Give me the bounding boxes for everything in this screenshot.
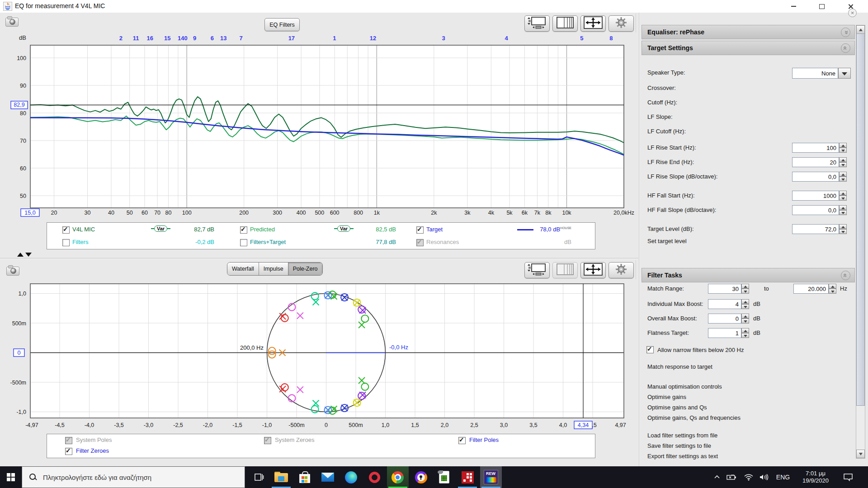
spin-up-icon[interactable] bbox=[839, 224, 847, 229]
legend-checkbox-target[interactable] bbox=[416, 226, 424, 234]
spin-up-icon[interactable] bbox=[839, 172, 847, 177]
tab-pole-zero[interactable]: Pole-Zero bbox=[288, 263, 322, 275]
spin-down-icon[interactable] bbox=[839, 162, 847, 167]
tab-impulse[interactable]: Impulse bbox=[259, 263, 288, 275]
tray-expand-chevron[interactable] bbox=[711, 466, 723, 488]
field-target-level-db--value[interactable]: 72,0 bbox=[792, 224, 839, 234]
field-hf-fall-start-hz--value[interactable]: 1000 bbox=[792, 191, 839, 201]
spin-down-icon[interactable] bbox=[741, 289, 749, 294]
axis-limits-button[interactable] bbox=[524, 15, 550, 32]
sidebar-action-export-filter-settings-as-text[interactable]: Export filter settings as text bbox=[647, 453, 718, 460]
legend-checkbox-filters[interactable] bbox=[62, 239, 70, 246]
field-flatness-target--value[interactable]: 1 bbox=[708, 328, 741, 338]
sidebar-action-match-response-to-target[interactable]: Match response to target bbox=[647, 363, 712, 370]
sidebar-action-optimise-gains-and-qs[interactable]: Optimise gains and Qs bbox=[647, 404, 707, 411]
spin-down-icon[interactable] bbox=[741, 333, 749, 338]
language-indicator[interactable]: ENG bbox=[773, 466, 793, 488]
taskbar-app-mail[interactable] bbox=[317, 466, 339, 488]
sidebar-action-load-filter-settings-from-file[interactable]: Load filter settings from file bbox=[647, 432, 717, 439]
match-range-to-spinner[interactable] bbox=[829, 284, 836, 294]
pan-zoom-button[interactable] bbox=[580, 15, 606, 32]
spin-down-icon[interactable] bbox=[839, 196, 847, 201]
field-lf-rise-slope-db-octave--value[interactable]: 0,0 bbox=[792, 172, 839, 182]
field-flatness-target-[interactable]: 1 bbox=[708, 328, 749, 338]
spin-down-icon[interactable] bbox=[839, 229, 847, 234]
eq-filters-button[interactable]: EQ Filters bbox=[264, 18, 300, 31]
spin-down-icon[interactable] bbox=[839, 177, 847, 182]
spin-up-icon[interactable] bbox=[839, 143, 847, 148]
field-hf-fall-slope-db-octave-[interactable]: 0,0 bbox=[792, 205, 847, 215]
taskbar-app-avast[interactable] bbox=[410, 466, 432, 488]
taskbar-app-libreoffice-calc[interactable] bbox=[434, 466, 455, 488]
legend-checkbox-v4l-mic[interactable] bbox=[62, 226, 70, 234]
field-individual-max-boost-[interactable]: 4 bbox=[708, 299, 749, 309]
field-hf-fall-start-hz--spinner[interactable] bbox=[839, 191, 847, 201]
settings-gear-button[interactable] bbox=[609, 15, 634, 32]
legend-checkbox-filter-poles[interactable] bbox=[458, 437, 466, 444]
match-range-to-value[interactable]: 20.000 bbox=[793, 284, 829, 294]
match-range-from-value[interactable]: 30 bbox=[708, 284, 741, 294]
field-individual-max-boost--spinner[interactable] bbox=[741, 299, 749, 309]
match-range-from[interactable]: 30 bbox=[708, 284, 749, 294]
minimize-button[interactable] bbox=[783, 0, 804, 13]
combo-dropdown-icon[interactable] bbox=[838, 68, 851, 79]
battery-tray-icon[interactable] bbox=[724, 466, 739, 488]
tab-waterfall[interactable]: Waterfall bbox=[227, 263, 259, 275]
sidebar-action-set-target-level[interactable]: Set target level bbox=[647, 238, 687, 244]
spin-up-icon[interactable] bbox=[741, 299, 749, 304]
panel-header-filter-tasks[interactable]: Filter Tasks« bbox=[642, 268, 855, 282]
collapse-up-icon[interactable]: « bbox=[841, 271, 850, 280]
field-target-level-db--spinner[interactable] bbox=[839, 224, 847, 234]
sidebar-scrollbar[interactable] bbox=[856, 25, 865, 459]
spin-up-icon[interactable] bbox=[839, 157, 847, 162]
taskbar-app-task-view[interactable] bbox=[248, 466, 269, 488]
volume-tray-icon[interactable] bbox=[757, 466, 771, 488]
field-overall-max-boost--value[interactable]: 0 bbox=[708, 314, 741, 324]
panel-header-target-settings[interactable]: Target Settings« bbox=[642, 41, 855, 55]
network-tray-icon[interactable] bbox=[741, 466, 756, 488]
field-hf-fall-slope-db-octave--value[interactable]: 0,0 bbox=[792, 205, 839, 215]
spin-up-icon[interactable] bbox=[839, 191, 847, 196]
taskbar-app-file-explorer[interactable] bbox=[270, 466, 292, 488]
collapse-down-icon[interactable]: « bbox=[841, 28, 850, 37]
taskbar-app-chrome[interactable] bbox=[387, 466, 409, 488]
field-lf-rise-start-hz--spinner[interactable] bbox=[839, 143, 847, 153]
sidebar-action-save-filter-settings-to-file[interactable]: Save filter settings to file bbox=[647, 442, 711, 449]
maximize-button[interactable] bbox=[811, 0, 832, 13]
action-center-button[interactable] bbox=[839, 466, 857, 488]
legend-checkbox-filter-zeroes[interactable] bbox=[65, 448, 72, 455]
sidebar-action-optimise-gains[interactable]: Optimise gains bbox=[647, 394, 686, 400]
taskbar-app-edge[interactable] bbox=[340, 466, 362, 488]
match-range-from-spinner[interactable] bbox=[741, 284, 749, 294]
field-hf-fall-slope-db-octave--spinner[interactable] bbox=[839, 205, 847, 215]
spin-up-icon[interactable] bbox=[741, 328, 749, 333]
sidebar-action-optimise-gains-qs-and-frequencies[interactable]: Optimise gains, Qs and frequencies bbox=[647, 414, 741, 421]
collapse-panels-icon[interactable]: × bbox=[848, 9, 857, 17]
field-overall-max-boost--spinner[interactable] bbox=[741, 314, 749, 324]
field-hf-fall-start-hz-[interactable]: 1000 bbox=[792, 191, 847, 201]
pane-divider-handle[interactable] bbox=[17, 253, 32, 257]
spin-down-icon[interactable] bbox=[741, 304, 749, 309]
legend-checkbox-filters-target[interactable] bbox=[240, 239, 247, 246]
spin-down-icon[interactable] bbox=[741, 319, 749, 324]
field-flatness-target--spinner[interactable] bbox=[741, 328, 749, 338]
settings-gear-button[interactable] bbox=[609, 262, 634, 278]
pan-zoom-button[interactable] bbox=[580, 262, 606, 278]
field-overall-max-boost-[interactable]: 0 bbox=[708, 314, 749, 324]
sidebar-action-manual-optimisation-controls[interactable]: Manual optimisation controls bbox=[647, 383, 722, 390]
allow-narrow-filters-checkbox[interactable] bbox=[646, 346, 654, 353]
taskbar-search-box[interactable]: Πληκτρολογήστε εδώ για αναζήτηση bbox=[22, 466, 245, 488]
taskbar-clock[interactable]: 7:01 μμ 19/9/2020 bbox=[797, 466, 835, 488]
field-lf-rise-start-hz--value[interactable]: 100 bbox=[792, 143, 839, 153]
scroll-down-button[interactable] bbox=[856, 450, 865, 458]
capture-graph-image-button-bottom[interactable] bbox=[5, 264, 20, 277]
field-target-level-db-[interactable]: 72,0 bbox=[792, 224, 847, 234]
start-button[interactable] bbox=[0, 466, 22, 488]
field-lf-rise-slope-db-octave--spinner[interactable] bbox=[839, 172, 847, 182]
field-lf-rise-start-hz-[interactable]: 100 bbox=[792, 143, 847, 153]
field-lf-rise-end-hz--spinner[interactable] bbox=[839, 157, 847, 167]
spl-eq-chart[interactable]: 211161514096137171123458dB10090807060502… bbox=[0, 31, 642, 221]
spin-down-icon[interactable] bbox=[839, 148, 847, 153]
frequency-grid-button[interactable] bbox=[552, 262, 578, 278]
spin-up-icon[interactable] bbox=[829, 284, 836, 289]
